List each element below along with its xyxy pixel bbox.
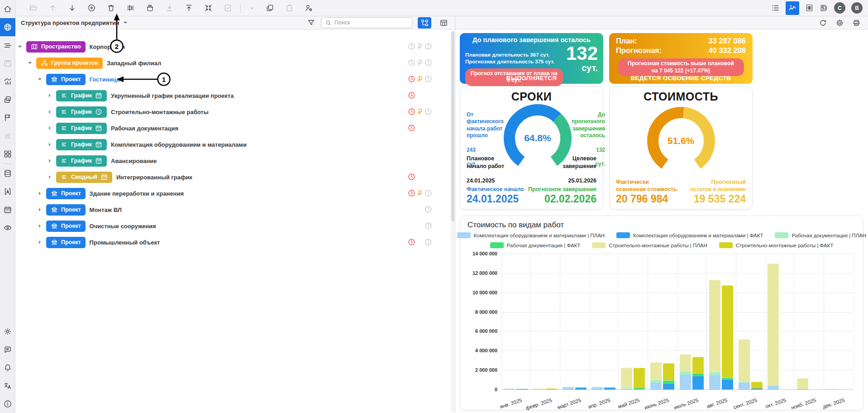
tree-view-button[interactable] (418, 17, 431, 29)
checkbox-select-icon[interactable] (224, 4, 232, 12)
printer-icon[interactable] (852, 19, 861, 27)
histogram-trend-icon[interactable] (0, 72, 15, 91)
caret-collapsed-icon[interactable] (47, 93, 52, 98)
open-folder-icon[interactable] (29, 4, 38, 12)
chart-title: Стоимость по видам работ (467, 221, 863, 230)
tree-row[interactable]: Группа проектовЗападный филиал (15, 55, 455, 71)
avatar-b[interactable]: B (851, 2, 863, 14)
node-type-badge[interactable]: Пространство (26, 41, 86, 53)
eye-icon[interactable] (0, 219, 15, 237)
download-to-line-icon[interactable] (165, 4, 174, 12)
search-input[interactable] (334, 19, 408, 26)
kanban-board-icon[interactable] (0, 54, 15, 72)
upload-from-line-icon[interactable] (185, 4, 193, 12)
notifications-bell-icon[interactable] (0, 359, 15, 377)
tree-row[interactable]: ПроектЗдание переработки и хранения (15, 185, 455, 202)
filter-funnel-icon[interactable] (307, 19, 315, 27)
x-axis-tick-label: июль 2025 (673, 397, 699, 410)
caret-collapsed-icon[interactable] (47, 175, 52, 179)
actual-start-date: 24.01.2025 (467, 193, 524, 205)
hatch-lines-icon[interactable] (0, 127, 15, 145)
node-type-badge[interactable]: График (56, 90, 107, 101)
tree-row[interactable]: ПроектПромышленный объект (15, 234, 455, 250)
delete-trash-icon[interactable] (107, 4, 115, 12)
move-up-icon[interactable] (48, 4, 57, 12)
caret-collapsed-icon[interactable] (37, 240, 43, 245)
tree-row[interactable]: ПроектМонтаж ВЛ (15, 202, 455, 218)
tree-row[interactable]: ГрафикСтроительно-монтажные работы (15, 104, 455, 120)
node-type-badge[interactable]: Проект (46, 188, 86, 199)
structure-list-icon[interactable] (0, 36, 15, 54)
flag-icon[interactable] (0, 109, 15, 127)
calendar-icon[interactable] (0, 201, 15, 219)
tree-row[interactable]: ГрафикАвансирование (15, 153, 455, 169)
node-type-badge[interactable]: Проект (46, 204, 86, 216)
document-globe-icon[interactable] (805, 4, 814, 12)
node-type-badge[interactable]: Проект (46, 74, 86, 85)
caret-collapsed-icon[interactable] (37, 207, 43, 212)
copy-icon[interactable] (266, 4, 274, 12)
x-axis-tick-label: окт. 2025 (764, 397, 787, 409)
node-type-badge[interactable]: Проект (46, 221, 86, 232)
user-permissions-icon[interactable] (305, 4, 313, 12)
caret-expanded-icon[interactable] (27, 61, 33, 65)
node-type-badge[interactable]: Сводный (56, 172, 112, 183)
caret-collapsed-icon[interactable] (37, 191, 43, 196)
table-view-button[interactable] (437, 17, 450, 29)
caret-collapsed-icon[interactable] (37, 224, 43, 228)
legend-item: Комплектация оборудованием и материалами… (616, 232, 763, 238)
caret-expanded-icon[interactable] (17, 44, 23, 49)
database-icon[interactable] (0, 164, 15, 182)
tree-row[interactable]: ПространствоКорпорация (15, 38, 455, 55)
caret-collapsed-icon[interactable] (47, 126, 52, 130)
refresh-icon[interactable] (819, 19, 827, 27)
top-toolbar: C B (15, 0, 868, 16)
move-down-icon[interactable] (68, 4, 76, 12)
actual-cost-value: 20 796 984 (616, 193, 677, 205)
filter-settings-sliders-icon[interactable] (126, 4, 135, 12)
gear-icon[interactable] (835, 19, 844, 27)
tree-row[interactable]: ПроектОчистные сооружения (15, 218, 455, 234)
attribute-brackets-icon[interactable] (0, 182, 15, 201)
avatar-c[interactable]: C (834, 2, 845, 14)
node-type-badge[interactable]: Проект (46, 237, 86, 248)
bar-segment (709, 372, 720, 375)
chevron-down-icon[interactable] (249, 5, 255, 11)
caret-collapsed-icon[interactable] (47, 142, 52, 147)
document-news-icon[interactable] (820, 4, 828, 12)
node-type-badge[interactable]: График (56, 123, 107, 134)
caret-collapsed-icon[interactable] (47, 110, 52, 114)
info-icon[interactable] (0, 395, 15, 413)
node-type-badge[interactable]: График (56, 106, 107, 118)
archive-box-icon[interactable] (146, 4, 154, 12)
tree-row[interactable]: СводныйИнтегрированный график (15, 169, 455, 185)
tree-row[interactable]: ГрафикРабочая документация (15, 120, 455, 136)
globe-icon[interactable] (0, 18, 15, 36)
language-translate-icon[interactable] (0, 377, 15, 395)
node-type-badge[interactable]: График (56, 155, 107, 167)
home-icon[interactable] (0, 0, 15, 18)
paste-icon[interactable] (285, 4, 294, 12)
gridline-v (560, 254, 560, 390)
legend-swatch (457, 232, 471, 238)
grid-squares-icon[interactable] (0, 145, 15, 163)
tree-title-dropdown[interactable]: Структура проектов предприятия (20, 19, 128, 26)
bar-group-февр. 2025 (530, 389, 560, 389)
info-status-icon (424, 206, 432, 213)
caret-collapsed-icon[interactable] (47, 158, 52, 163)
x-axis-tick-label: март 2025 (557, 397, 582, 410)
tree-row[interactable]: ГрафикКомплектация оборудованием и матер… (15, 136, 455, 153)
dashboard-pulse-button[interactable] (786, 1, 799, 15)
tree-row[interactable]: ГрафикУкрупненный график реализации прое… (15, 87, 455, 104)
caret-expanded-icon[interactable] (37, 77, 43, 82)
theme-sun-icon[interactable] (0, 322, 15, 341)
windows-stack-icon[interactable] (0, 91, 15, 109)
node-type-badge[interactable]: График (56, 139, 107, 150)
fact-bar (751, 382, 763, 389)
list-view-icon[interactable] (771, 4, 780, 12)
collapse-all-icon[interactable] (204, 4, 213, 12)
comments-icon[interactable] (0, 341, 15, 359)
node-type-badge[interactable]: Группа проектов (36, 58, 103, 69)
add-item-icon[interactable] (87, 4, 96, 12)
tree-row[interactable]: ПроектГостиница (15, 71, 455, 87)
